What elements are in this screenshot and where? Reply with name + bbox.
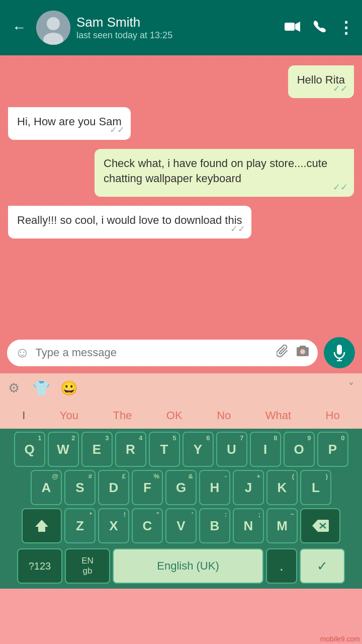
key-R[interactable]: 4R bbox=[115, 432, 146, 467]
message-tick: ✓✓ bbox=[333, 83, 348, 95]
more-options-icon[interactable]: ⋮ bbox=[338, 18, 354, 37]
message-bubble-in-1: Hi, How are you Sam ✓✓ bbox=[8, 107, 131, 140]
keyboard-settings-icon[interactable]: ⚙ bbox=[0, 380, 28, 396]
suggestion-word-2[interactable]: You bbox=[55, 407, 83, 424]
svg-rect-3 bbox=[285, 23, 295, 31]
key-I[interactable]: 8I bbox=[250, 432, 281, 467]
suggestion-word-5[interactable]: No bbox=[212, 407, 236, 424]
svg-marker-4 bbox=[295, 22, 300, 32]
keyboard-keys: 1Q 2W 3E 4R 5T 6Y 7U 8I 9O 0P @A #S £D %… bbox=[0, 429, 362, 589]
key-L[interactable]: )L bbox=[300, 470, 331, 505]
keyboard-emoji-icon[interactable]: 😀 bbox=[55, 380, 83, 396]
message-input[interactable] bbox=[36, 346, 270, 359]
key-N[interactable]: ;N bbox=[233, 508, 264, 543]
key-shift[interactable] bbox=[22, 508, 62, 543]
key-period[interactable]: . bbox=[266, 548, 297, 584]
keyboard-shirt-icon[interactable]: 👕 bbox=[28, 380, 55, 396]
svg-point-5 bbox=[300, 349, 305, 354]
chat-area: Hello Rita ✓✓ Hi, How are you Sam ✓✓ Che… bbox=[0, 55, 362, 332]
chat-header: ← Sam Smith last seen today at 13:25 ⋮ bbox=[0, 0, 362, 55]
key-lang[interactable]: EN gb bbox=[65, 548, 110, 584]
suggestion-word-7[interactable]: Ho bbox=[321, 407, 345, 424]
message-bubble-out-1: Hello Rita ✓✓ bbox=[288, 65, 354, 98]
message-bubble-in-2: Really!!! so cool, i would love to downl… bbox=[8, 206, 251, 238]
suggestion-word-1[interactable]: I bbox=[17, 407, 30, 424]
phone-call-icon[interactable] bbox=[313, 20, 326, 36]
key-enter[interactable]: ✓ bbox=[300, 548, 345, 584]
keyboard-row-3: *Z !X "C 'V :B ;N ~M bbox=[2, 508, 360, 543]
back-button[interactable]: ← bbox=[8, 16, 30, 40]
keyboard-word-suggestions: I You The OK No What Ho bbox=[0, 403, 362, 429]
keyboard-collapse-icon[interactable]: ˅ bbox=[340, 381, 362, 394]
svg-marker-9 bbox=[35, 520, 48, 532]
video-call-icon[interactable] bbox=[285, 20, 301, 36]
contact-status: last seen today at 13:25 bbox=[76, 30, 279, 41]
key-B[interactable]: :B bbox=[199, 508, 230, 543]
suggestion-word-3[interactable]: The bbox=[108, 407, 137, 424]
key-Q[interactable]: 1Q bbox=[14, 432, 45, 467]
mic-button[interactable] bbox=[324, 337, 355, 368]
message-text: Really!!! so cool, i would love to downl… bbox=[17, 214, 242, 226]
keyboard-row-1: 1Q 2W 3E 4R 5T 6Y 7U 8I 9O 0P bbox=[2, 432, 360, 467]
key-O[interactable]: 9O bbox=[284, 432, 315, 467]
key-delete[interactable] bbox=[300, 508, 340, 543]
message-text: Hi, How are you Sam bbox=[17, 115, 122, 128]
header-action-icons: ⋮ bbox=[285, 18, 354, 37]
suggestion-word-6[interactable]: What bbox=[260, 407, 296, 424]
key-F[interactable]: %F bbox=[132, 470, 163, 505]
key-A[interactable]: @A bbox=[31, 470, 62, 505]
keyboard-row-2: @A #S £D %F &G -H +J (K )L bbox=[2, 470, 360, 505]
key-C[interactable]: "C bbox=[132, 508, 163, 543]
key-D[interactable]: £D bbox=[98, 470, 129, 505]
key-W[interactable]: 2W bbox=[48, 432, 79, 467]
emoji-picker-icon[interactable]: ☺ bbox=[15, 345, 30, 361]
message-tick: ✓✓ bbox=[110, 124, 125, 136]
key-X[interactable]: !X bbox=[98, 508, 129, 543]
keyboard-row-bottom: ?123 EN gb English (UK) . ✓ bbox=[2, 546, 360, 587]
keyboard-suggestions-toolbar: ⚙ 👕 😀 ˅ bbox=[0, 373, 362, 403]
svg-point-1 bbox=[47, 17, 60, 30]
svg-rect-6 bbox=[337, 345, 342, 355]
key-U[interactable]: 7U bbox=[216, 432, 247, 467]
key-Z[interactable]: *Z bbox=[64, 508, 96, 543]
message-bubble-out-2: Check what, i have found on play store..… bbox=[95, 149, 354, 197]
attach-icon[interactable] bbox=[277, 345, 290, 361]
contact-name: Sam Smith bbox=[76, 15, 279, 30]
suggestion-word-4[interactable]: OK bbox=[161, 407, 188, 424]
camera-icon[interactable] bbox=[296, 345, 310, 361]
message-tick: ✓✓ bbox=[333, 181, 348, 194]
key-K[interactable]: (K bbox=[266, 470, 298, 505]
key-space[interactable]: English (UK) bbox=[113, 548, 263, 584]
message-text: Check what, i have found on play store..… bbox=[104, 157, 327, 185]
key-T[interactable]: 5T bbox=[149, 432, 180, 467]
key-G[interactable]: &G bbox=[165, 470, 197, 505]
contact-info: Sam Smith last seen today at 13:25 bbox=[76, 15, 279, 41]
key-H[interactable]: -H bbox=[199, 470, 230, 505]
watermark: mobile9.com bbox=[320, 635, 360, 643]
message-input-area: ☺ bbox=[0, 332, 362, 373]
key-V[interactable]: 'V bbox=[165, 508, 197, 543]
key-123[interactable]: ?123 bbox=[17, 548, 62, 584]
message-tick: ✓✓ bbox=[230, 223, 245, 235]
avatar[interactable] bbox=[36, 11, 70, 45]
message-input-box: ☺ bbox=[7, 340, 318, 366]
key-J[interactable]: +J bbox=[233, 470, 264, 505]
key-E[interactable]: 3E bbox=[81, 432, 113, 467]
key-Y[interactable]: 6Y bbox=[183, 432, 214, 467]
key-P[interactable]: 0P bbox=[317, 432, 348, 467]
key-S[interactable]: #S bbox=[64, 470, 96, 505]
keyboard-area: ⚙ 👕 😀 ˅ I You The OK No What Ho 1Q 2W 3E… bbox=[0, 373, 362, 589]
key-M[interactable]: ~M bbox=[266, 508, 298, 543]
